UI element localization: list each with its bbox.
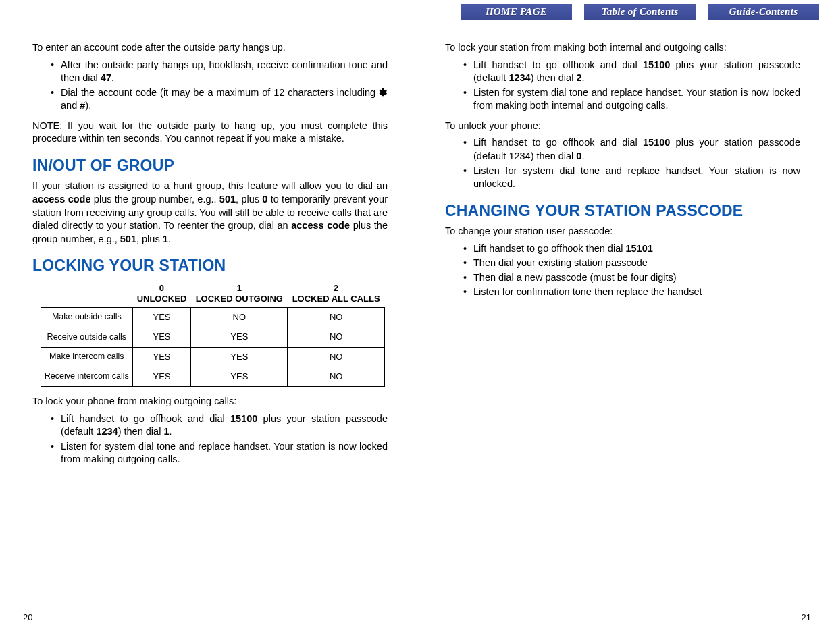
table-row: Make intercom calls YES YES NO xyxy=(41,347,385,367)
row-label: Make outside calls xyxy=(41,308,133,327)
table-head-locked-outgoing: 1LOCKED OUTGOING xyxy=(191,280,288,308)
cell: NO xyxy=(288,327,385,347)
nav-home-button[interactable]: HOME PAGE xyxy=(461,4,572,20)
heading-locking-station: LOCKING YOUR STATION xyxy=(32,257,388,274)
cell: YES xyxy=(132,308,191,327)
note-text: NOTE: If you wait for the outside party … xyxy=(32,119,388,146)
lock-outgoing-intro: To lock your phone from making outgoing … xyxy=(32,395,388,408)
cell: NO xyxy=(191,308,288,327)
row-label: Receive intercom calls xyxy=(41,367,133,386)
passcode-intro: To change your station user passcode: xyxy=(445,225,800,238)
list-item: Listen for system dial tone and replace … xyxy=(445,86,800,113)
table-corner xyxy=(41,280,133,308)
list-item: Listen for system dial tone and replace … xyxy=(32,440,388,466)
cell: NO xyxy=(288,308,385,327)
nav-toc-button[interactable]: Table of Contents xyxy=(584,4,696,20)
left-column: To enter an account code after the outsi… xyxy=(32,37,388,473)
cell: NO xyxy=(288,347,385,367)
heading-inout-group: IN/OUT OF GROUP xyxy=(32,157,388,174)
table-head-unlocked: 0UNLOCKED xyxy=(132,280,191,308)
table-row: Make outside calls YES NO NO xyxy=(41,308,385,327)
cell: YES xyxy=(191,327,288,347)
cell: YES xyxy=(132,327,191,347)
page-number-right: 21 xyxy=(802,612,811,622)
account-steps: After the outside party hangs up, hookfl… xyxy=(32,59,388,113)
list-item: Lift handset to go offhook then dial 151… xyxy=(445,242,800,256)
list-item: Then dial your existing station passcode xyxy=(445,257,800,270)
list-item: Then dial a new passcode (must be four d… xyxy=(445,271,800,285)
cell: YES xyxy=(132,347,191,367)
cell: YES xyxy=(191,367,288,386)
list-item: After the outside party hangs up, hookfl… xyxy=(32,59,388,85)
table-head-locked-all: 2LOCKED ALL CALLS xyxy=(288,280,385,308)
list-item: Dial the account code (it may be a maxim… xyxy=(32,86,388,113)
page-columns: To enter an account code after the outsi… xyxy=(0,0,834,473)
passcode-steps: Lift handset to go offhook then dial 151… xyxy=(445,242,800,299)
lock-both-intro: To lock your station from making both in… xyxy=(445,41,800,55)
list-item: Lift handset to go offhook and dial 1510… xyxy=(32,412,388,439)
page-number-left: 20 xyxy=(23,612,32,622)
unlock-intro: To unlock your phone: xyxy=(445,119,800,133)
cell: NO xyxy=(288,367,385,386)
list-item: Lift handset to go offhook and dial 1510… xyxy=(445,136,800,163)
inout-paragraph: If your station is assigned to a hunt gr… xyxy=(32,180,388,246)
list-item: Listen for confirmation tone then replac… xyxy=(445,286,800,299)
unlock-steps: Lift handset to go offhook and dial 1510… xyxy=(445,136,800,190)
heading-changing-passcode: CHANGING YOUR STATION PASSCODE xyxy=(445,202,800,219)
lock-outgoing-steps: Lift handset to go offhook and dial 1510… xyxy=(32,412,388,466)
account-intro: To enter an account code after the outsi… xyxy=(32,41,388,55)
lock-both-steps: Lift handset to go offhook and dial 1510… xyxy=(445,59,800,113)
cell: YES xyxy=(191,347,288,367)
list-item: Lift handset to go offhook and dial 1510… xyxy=(445,59,800,85)
nav-row: HOME PAGE Table of Contents Guide-Conten… xyxy=(461,4,819,20)
table-row: Receive intercom calls YES YES NO xyxy=(41,367,385,386)
table-row: Receive outside calls YES YES NO xyxy=(41,327,385,347)
nav-guide-button[interactable]: Guide-Contents xyxy=(708,4,819,20)
right-column: To lock your station from making both in… xyxy=(445,37,800,473)
row-label: Make intercom calls xyxy=(41,347,133,367)
list-item: Listen for system dial tone and replace … xyxy=(445,165,800,191)
row-label: Receive outside calls xyxy=(41,327,133,347)
cell: YES xyxy=(132,367,191,386)
lock-table: 0UNLOCKED 1LOCKED OUTGOING 2LOCKED ALL C… xyxy=(41,280,385,387)
